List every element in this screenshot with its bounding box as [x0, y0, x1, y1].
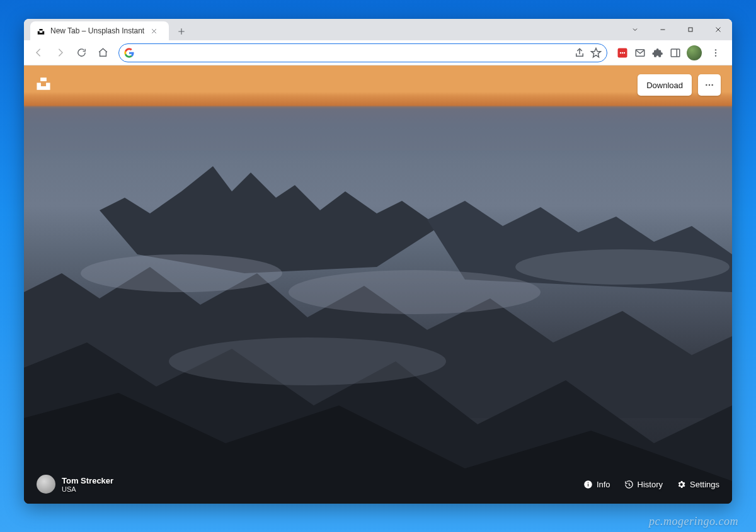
- chrome-menu-button[interactable]: [707, 48, 724, 58]
- more-options-button[interactable]: [698, 74, 721, 96]
- info-button[interactable]: Info: [583, 480, 610, 489]
- share-icon[interactable]: [574, 47, 585, 59]
- extensions-area: [614, 45, 727, 60]
- address-input[interactable]: [139, 48, 569, 57]
- window-minimize-button[interactable]: [649, 19, 677, 40]
- top-actions: Download: [638, 74, 721, 96]
- svg-point-15: [706, 84, 707, 86]
- svg-point-14: [169, 337, 446, 385]
- window-close-button[interactable]: [704, 19, 732, 40]
- history-button[interactable]: History: [624, 480, 663, 489]
- svg-point-17: [711, 84, 713, 86]
- pocket-extension-icon[interactable]: [616, 47, 629, 59]
- svg-point-3: [622, 52, 623, 53]
- svg-point-16: [709, 84, 711, 86]
- author-avatar: [37, 475, 55, 494]
- svg-point-11: [81, 254, 282, 292]
- svg-point-2: [620, 52, 621, 53]
- unsplash-favicon-icon: [37, 26, 45, 35]
- photo-author[interactable]: Tom Strecker USA: [37, 475, 113, 494]
- gmail-extension-icon[interactable]: [634, 47, 646, 59]
- profile-avatar[interactable]: [687, 45, 702, 60]
- background-photo: [24, 65, 732, 504]
- svg-rect-19: [588, 484, 588, 486]
- window-maximize-button[interactable]: [677, 19, 704, 40]
- svg-rect-10: [24, 106, 732, 150]
- window-controls: [621, 19, 732, 40]
- download-button[interactable]: Download: [638, 74, 692, 96]
- browser-toolbar: [24, 40, 732, 65]
- svg-point-8: [715, 52, 716, 53]
- page-top-overlay: Download: [24, 65, 732, 105]
- page-bottom-overlay: Tom Strecker USA Info History Settings: [24, 466, 732, 504]
- tab-search-button[interactable]: [621, 19, 649, 40]
- svg-point-7: [715, 49, 716, 50]
- unsplash-logo-icon[interactable]: [35, 76, 52, 94]
- page-content: Download Tom Strecker USA Info: [24, 65, 732, 504]
- sidepanel-icon[interactable]: [669, 47, 682, 59]
- address-bar[interactable]: [118, 43, 607, 62]
- author-name: Tom Strecker: [62, 476, 113, 485]
- svg-point-12: [289, 270, 541, 314]
- nav-home-button[interactable]: [93, 43, 112, 62]
- svg-rect-6: [671, 49, 680, 57]
- svg-point-13: [515, 249, 730, 285]
- settings-button[interactable]: Settings: [677, 480, 719, 489]
- nav-reload-button[interactable]: [72, 43, 91, 62]
- svg-rect-0: [689, 28, 692, 31]
- new-tab-button[interactable]: [173, 23, 190, 40]
- google-icon: [124, 48, 134, 58]
- browser-tab[interactable]: New Tab – Unsplash Instant: [30, 21, 169, 40]
- tab-close-button[interactable]: [149, 28, 158, 35]
- watermark-text: pc.mogeringo.com: [649, 515, 738, 528]
- bookmark-icon[interactable]: [590, 47, 602, 59]
- nav-back-button[interactable]: [29, 43, 48, 62]
- browser-window: New Tab – Unsplash Instant: [24, 19, 732, 504]
- tab-title: New Tab – Unsplash Instant: [50, 26, 144, 35]
- svg-point-9: [715, 55, 716, 56]
- svg-point-4: [624, 52, 625, 53]
- svg-rect-20: [588, 482, 588, 482]
- bottom-actions: Info History Settings: [583, 480, 719, 489]
- author-location: USA: [62, 485, 113, 493]
- extensions-puzzle-icon[interactable]: [651, 47, 664, 59]
- nav-forward-button[interactable]: [50, 43, 69, 62]
- tab-strip: New Tab – Unsplash Instant: [24, 19, 732, 40]
